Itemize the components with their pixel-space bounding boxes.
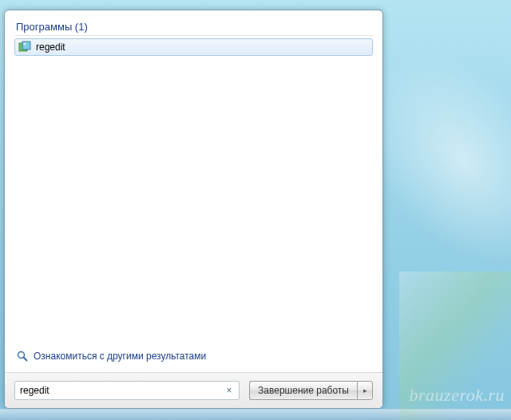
- see-more-results-label: Ознакомиться с другими результатами: [34, 351, 206, 362]
- svg-rect-2: [24, 43, 26, 46]
- start-menu-results-pane: Программы (1) regedit: [5, 10, 382, 372]
- search-result-label: regedit: [36, 42, 65, 53]
- shutdown-options-arrow[interactable]: ▸: [357, 381, 373, 400]
- regedit-icon: [18, 41, 31, 53]
- search-input[interactable]: [20, 385, 223, 396]
- start-menu-footer: × Завершение работы ▸: [5, 372, 382, 408]
- search-icon: [16, 350, 29, 363]
- svg-line-4: [24, 358, 27, 361]
- clear-search-button[interactable]: ×: [223, 384, 236, 397]
- watermark-text: brauzerok.ru: [410, 385, 505, 406]
- desktop-background: Программы (1) regedit: [0, 0, 511, 420]
- shutdown-button-group: Завершение работы ▸: [249, 381, 373, 400]
- programs-section-header: Программы (1): [14, 18, 373, 36]
- search-result-regedit[interactable]: regedit: [14, 38, 373, 56]
- see-more-results-link[interactable]: Ознакомиться с другими результатами: [14, 345, 373, 367]
- taskbar[interactable]: [0, 409, 511, 420]
- shutdown-button[interactable]: Завершение работы: [249, 381, 357, 400]
- results-spacer: [14, 56, 373, 345]
- search-box[interactable]: ×: [14, 381, 240, 400]
- start-menu: Программы (1) regedit: [4, 10, 383, 409]
